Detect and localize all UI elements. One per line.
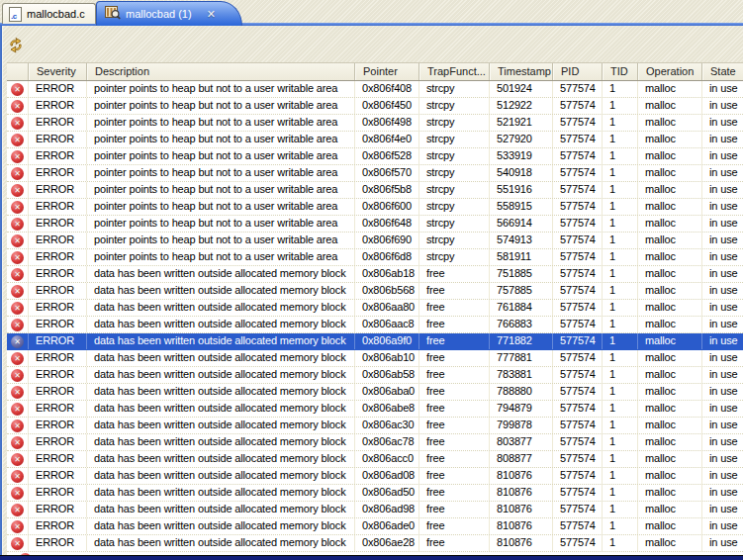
cell-tid: 1 [603, 115, 638, 131]
cell-pid: 577574 [553, 502, 603, 517]
cell-trap: free [419, 333, 490, 349]
table-row[interactable]: ✕ERRORdata has been written outside allo… [7, 418, 743, 434]
column-header-timestamp[interactable]: Timestamp [490, 63, 553, 80]
column-header-description[interactable]: Description [87, 63, 355, 80]
error-icon: ✕ [11, 201, 24, 214]
cell-icon: ✕ [7, 216, 29, 232]
table-row[interactable]: ✕ERRORpointer points to heap but not to … [7, 132, 743, 148]
cell-trap: free [419, 266, 490, 282]
column-header-severity[interactable]: Severity [29, 63, 87, 80]
cell-description: data has been written outside allocated … [87, 300, 355, 316]
cell-state: in use [702, 182, 743, 198]
cell-pointer: 0x806f600 [355, 199, 419, 215]
cell-pointer: 0x806ae28 [355, 535, 419, 551]
tab-label: mallocbad (1) [126, 8, 192, 20]
cell-tid: 1 [603, 485, 638, 501]
table-row[interactable]: ✕ERRORdata has been written outside allo… [7, 401, 743, 418]
cell-description: pointer points to heap but not to a user… [87, 165, 355, 181]
cell-severity: ERROR [29, 132, 87, 147]
cell-timestamp: 810876 [490, 535, 553, 551]
cell-description: data has been written outside allocated … [87, 401, 355, 417]
cell-icon: ✕ [7, 401, 29, 417]
cell-timestamp: 521921 [490, 115, 553, 131]
tab-mallocbad-session[interactable]: mallocbad (1) ✕ [96, 1, 242, 26]
table-row[interactable]: ✕ERRORpointer points to heap but not to … [7, 182, 743, 199]
cell-timestamp: 512922 [490, 98, 553, 114]
cell-icon: ✕ [7, 266, 29, 282]
cell-pid: 577574 [553, 518, 603, 534]
table-row[interactable]: ✕ERRORdata has been written outside allo… [7, 350, 743, 367]
cell-trap: free [419, 485, 490, 501]
error-icon: ✕ [11, 537, 24, 550]
cell-severity: ERROR [29, 165, 87, 181]
table-row[interactable]: ✕ERRORdata has been written outside allo… [7, 434, 743, 451]
table-row[interactable]: ✕ERRORdata has been written outside allo… [7, 283, 743, 300]
cell-pid: 577574 [553, 384, 603, 400]
close-icon[interactable]: ✕ [207, 8, 216, 21]
column-header-tid[interactable]: TID [603, 63, 638, 80]
column-header-pointer[interactable]: Pointer [355, 63, 419, 80]
cell-trap: strcpy [419, 199, 490, 215]
cell-severity: ERROR [29, 451, 87, 467]
table-row[interactable]: ✕ERRORdata has been written outside allo… [7, 384, 743, 401]
table-row[interactable]: ✕ERRORdata has been written outside allo… [7, 333, 743, 350]
table-row[interactable]: ✕ERRORdata has been written outside allo… [7, 485, 743, 502]
error-icon: ✕ [11, 436, 24, 449]
cell-operation: malloc [638, 266, 702, 282]
cell-description: data has been written outside allocated … [87, 434, 355, 450]
cell-pointer: 0x806ac30 [355, 418, 419, 433]
tab-mallocbad-c[interactable]: .c mallocbad.c [2, 3, 96, 24]
table-row[interactable]: ✕ERRORpointer points to heap but not to … [7, 148, 743, 165]
table-row[interactable]: ✕ERRORdata has been written outside allo… [7, 317, 743, 333]
table-row[interactable]: ✕ERRORdata has been written outside allo… [7, 502, 743, 518]
cell-timestamp: 757885 [490, 283, 553, 299]
table-row[interactable]: ✕ERRORpointer points to heap but not to … [7, 81, 743, 98]
table-row[interactable]: ✕ERRORdata has been written outside allo… [7, 535, 743, 552]
cell-tid: 1 [603, 401, 638, 417]
column-header-icon[interactable] [7, 63, 29, 80]
cell-pointer: 0x806ad50 [355, 485, 419, 501]
cell-state: in use [702, 468, 743, 484]
column-header-trapfunct[interactable]: TrapFunct... [419, 63, 490, 80]
column-header-operation[interactable]: Operation [638, 63, 702, 80]
cell-severity: ERROR [29, 300, 87, 316]
table-row[interactable]: ✕ERRORdata has been written outside allo… [7, 300, 743, 317]
cell-operation: malloc [638, 502, 702, 517]
cell-operation: malloc [638, 418, 702, 433]
cell-tid: 1 [603, 165, 638, 181]
cell-severity: ERROR [29, 535, 87, 551]
sync-arrows-icon[interactable] [7, 37, 26, 58]
cell-state: in use [702, 165, 743, 181]
cell-icon: ✕ [7, 418, 29, 433]
table-row[interactable]: ✕ERRORdata has been written outside allo… [7, 266, 743, 283]
cell-icon: ✕ [7, 249, 29, 265]
column-header-state[interactable]: State [702, 63, 743, 80]
table-row[interactable]: ✕ERRORpointer points to heap but not to … [7, 199, 743, 216]
cell-state: in use [702, 249, 743, 265]
table-row[interactable]: ✕ERRORdata has been written outside allo… [7, 451, 743, 468]
cell-icon: ✕ [7, 300, 29, 316]
column-header-pid[interactable]: PID [553, 63, 603, 80]
table-row[interactable]: ✕ERRORdata has been written outside allo… [7, 518, 743, 535]
table-row[interactable]: ✕ERRORdata has been written outside allo… [7, 367, 743, 384]
cell-pointer: 0x806b568 [355, 283, 419, 299]
cell-pid: 577574 [553, 468, 603, 484]
table-row[interactable]: ✕ERRORpointer points to heap but not to … [7, 249, 743, 266]
table-row[interactable]: ✕ERRORpointer points to heap but not to … [7, 216, 743, 233]
error-icon: ✕ [11, 453, 24, 466]
cell-trap: strcpy [419, 216, 490, 232]
cell-icon: ✕ [7, 199, 29, 215]
cell-severity: ERROR [29, 317, 87, 332]
table-row[interactable]: ✕ERRORpointer points to heap but not to … [7, 98, 743, 115]
cell-icon: ✕ [7, 485, 29, 501]
cell-operation: malloc [638, 165, 702, 181]
table-row[interactable]: ✕ERRORdata has been written outside allo… [7, 468, 743, 485]
table-row[interactable]: ✕ERRORpointer points to heap but not to … [7, 165, 743, 182]
cell-description: pointer points to heap but not to a user… [87, 98, 355, 114]
cell-pointer: 0x806a9f0 [355, 333, 419, 349]
table-row[interactable]: ✕ERRORpointer points to heap but not to … [7, 115, 743, 132]
cell-description: pointer points to heap but not to a user… [87, 132, 355, 147]
table-row[interactable]: ✕ERRORpointer points to heap but not to … [7, 233, 743, 249]
cell-pointer: 0x806f570 [355, 165, 419, 181]
cell-pointer: 0x806f648 [355, 216, 419, 232]
